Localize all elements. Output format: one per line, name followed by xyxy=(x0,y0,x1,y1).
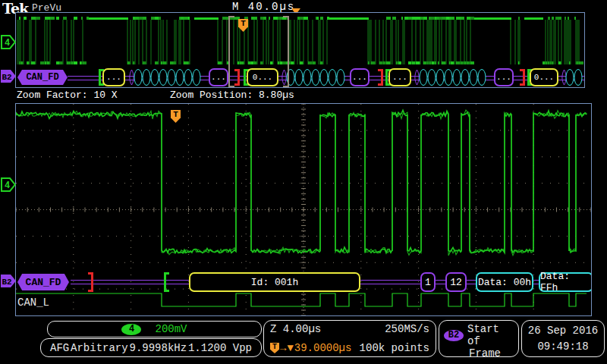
zoom-bus-decode-row: CAN_FDId: 001h112Data: 00hData: FFh xyxy=(16,272,591,292)
decode-data-field: Data: FFh xyxy=(539,272,592,292)
horizontal-readout[interactable]: Z 4.00µs 250MS/s T→▼39.0000µs 100k point… xyxy=(263,320,436,357)
sample-rate: 250MS/s xyxy=(385,323,429,335)
frame-start-bracket-icon xyxy=(164,272,169,292)
zoom-factor-label: Zoom Factor: 10 X xyxy=(17,89,118,101)
datetime-readout: 26 Sep 2016 09:49:18 xyxy=(521,320,605,357)
record-length: 100k points xyxy=(360,342,429,354)
channel4-badge: 4 xyxy=(121,324,141,335)
zoom-region-left-bracket[interactable] xyxy=(228,16,234,87)
svg-text:B2: B2 xyxy=(2,73,12,82)
frame-end-bracket-icon xyxy=(88,272,93,292)
date-label: 26 Sep 2016 xyxy=(528,325,598,337)
decode-frame-field: ... xyxy=(388,68,411,86)
decode-bit-ovals-icon xyxy=(419,68,492,86)
afg-label: AFG xyxy=(50,342,69,354)
oscilloscope-screen: Tek PreVu M 40.0µs CAN_FD......0........… xyxy=(0,0,607,364)
zoom-region-right-bracket[interactable] xyxy=(283,16,289,87)
frame-end-bracket-icon xyxy=(378,69,383,86)
time-label: 09:49:18 xyxy=(537,340,588,353)
afg-waveform: Arbitrary xyxy=(71,342,128,354)
decode-bit-ovals-icon xyxy=(134,68,206,86)
zoom-window: T CAN_FDId: 001h112Data: 00hData: FFh CA… xyxy=(15,103,592,316)
trigger-source-badge: B2 xyxy=(444,330,464,341)
trigger-readout[interactable]: B2 Start of Frame xyxy=(439,320,519,357)
trigger-type-line2: Frame xyxy=(469,347,514,359)
zoom-info-bar: Zoom Factor: 10 X Zoom Position: 8.80µs xyxy=(0,89,607,102)
zoom-position-label: Zoom Position: 8.80µs xyxy=(170,89,294,101)
ch4-analog-waveform xyxy=(16,104,591,271)
decode-bit-ovals-icon xyxy=(565,68,583,86)
trigger-type-line1: Start of xyxy=(467,323,514,347)
afg-frequency: 9.9998kHz xyxy=(130,342,187,354)
overview-waveform xyxy=(16,14,584,69)
svg-text:B2: B2 xyxy=(2,278,12,287)
decode-dlc-field: 12 xyxy=(445,272,467,292)
can-l-digital-waveform xyxy=(16,290,591,309)
svg-text:4: 4 xyxy=(5,38,10,49)
ch4-marker-zoom[interactable]: 4 xyxy=(1,177,16,194)
bus-b2-marker-zoom[interactable]: B2 xyxy=(1,273,16,290)
trigger-t-icon: T xyxy=(270,343,279,353)
decode-field: ... xyxy=(209,68,228,86)
channel4-readout[interactable]: 4 200mV xyxy=(47,321,262,337)
bus-label: CAN_FD xyxy=(17,70,68,85)
decode-id-field: Id: 001h xyxy=(189,272,360,292)
decode-field: ... xyxy=(494,68,514,86)
timebase-readout: M 40.0µs xyxy=(232,1,295,13)
afg-readout[interactable]: AFG Arbitrary 9.9998kHz 1.1200 Vpp xyxy=(40,338,262,357)
afg-amplitude: 1.1200 Vpp xyxy=(188,342,252,354)
frame-end-bracket-icon xyxy=(520,69,525,86)
zoom-scale: Z 4.00µs xyxy=(270,323,321,335)
digital-channel-label: CAN_L xyxy=(17,297,49,309)
ch4-marker-overview[interactable]: 4 xyxy=(1,35,16,52)
svg-text:4: 4 xyxy=(5,180,10,191)
decode-bit-ovals-icon xyxy=(286,68,348,86)
decode-frame-field: 0... xyxy=(530,68,558,86)
overview-window: CAN_FD......0............0... T xyxy=(15,12,585,88)
bus-label: CAN_FD xyxy=(17,274,69,290)
overview-bus-decode-row: CAN_FD......0............0... xyxy=(16,68,584,86)
decode-frame-field: 0... xyxy=(247,68,278,86)
bus-b2-marker-overview[interactable]: B2 xyxy=(1,68,16,85)
decode-field: ... xyxy=(350,68,370,86)
decode-data-field: Data: 00h xyxy=(476,272,533,292)
decode-frame-field: ... xyxy=(102,68,125,86)
trigger-delay-readout: T→▼39.0000µs xyxy=(270,342,351,354)
channel4-scale: 200mV xyxy=(155,323,187,335)
frame-end-bracket-icon xyxy=(234,69,240,86)
decode-field: 1 xyxy=(420,272,436,292)
